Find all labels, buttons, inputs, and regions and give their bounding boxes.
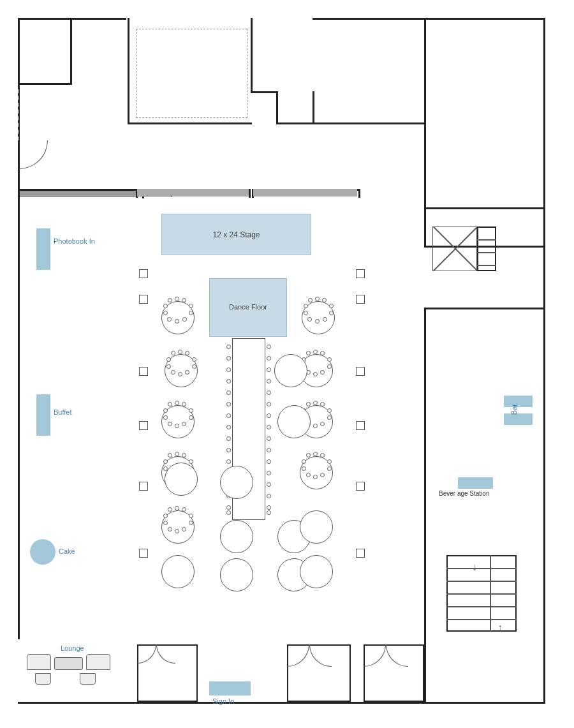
round-table [220,466,253,499]
sofa-right [86,654,110,670]
sq-marker [356,482,365,491]
buffet-label: Buffet [54,408,72,416]
photobook-rect [36,228,50,270]
round-table [274,354,307,387]
floor-plan: 12 x 24 Stage Dance Floor Photobook In B… [0,0,574,728]
lounge-label: Lounge [61,644,84,652]
sq-marker [139,421,148,430]
round-table [220,558,253,591]
beverage-label: Bever age Station [439,490,490,497]
stage-area: 12 x 24 Stage [161,214,311,255]
sign-in-rect [209,681,251,695]
round-table [300,510,333,544]
cake-label: Cake [59,547,75,555]
round-table [300,555,333,588]
cake-circle [30,539,55,565]
stage-label: 12 x 24 Stage [212,230,260,239]
sq-marker [356,421,365,430]
sq-marker [356,549,365,558]
round-table [220,520,253,553]
bar-rect-2 [504,413,533,425]
dance-floor-label: Dance Floor [229,302,267,312]
round-table [161,555,195,588]
bar-rect-1 [504,396,533,407]
sq-marker [139,367,148,376]
sq-marker [139,269,148,278]
round-table [277,405,311,438]
sq-marker [139,549,148,558]
sq-marker [356,367,365,376]
sign-in-label: Sign In [212,697,234,705]
sq-marker [356,295,365,304]
sofa-left [27,654,51,670]
cross-box [432,227,477,271]
chair-bottom-right [80,673,96,685]
beverage-rect [458,477,493,489]
photobook-label: Photobook In [54,237,95,245]
sq-marker [139,482,148,491]
sq-marker [356,269,365,278]
bar-label: Bar [510,404,518,415]
chair-bottom-left [35,673,51,685]
dance-floor-area: Dance Floor [209,278,287,337]
sq-marker [139,295,148,304]
buffet-rect [36,394,50,436]
round-table [165,463,198,496]
coffee-table [54,657,83,670]
